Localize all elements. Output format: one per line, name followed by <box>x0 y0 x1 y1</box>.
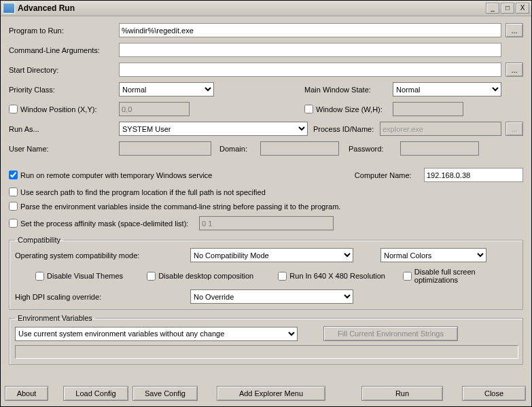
program-input[interactable] <box>119 23 501 37</box>
dpi-label: High DPI scaling override: <box>15 293 190 301</box>
colors-select[interactable]: Normal Colors <box>380 248 486 262</box>
remote-label: Run on remote computer with temporary Wi… <box>20 171 212 179</box>
compname-label: Computer Name: <box>355 171 424 179</box>
winpos-checkbox[interactable] <box>9 105 18 113</box>
affinity-checkbox[interactable] <box>9 219 18 228</box>
runas-select[interactable]: SYSTEM User <box>119 122 308 136</box>
dpi-select[interactable]: No Override <box>190 289 353 304</box>
env-legend: Environment Variables <box>15 314 95 322</box>
content-area: Program to Run: ... Command-Line Argumen… <box>1 16 531 383</box>
maximize-button[interactable]: □ <box>501 3 514 14</box>
titlebar: Advanced Run _ □ X <box>1 1 531 16</box>
procid-input[interactable] <box>380 122 501 136</box>
affinity-label: Set the process affinity mask (space-del… <box>20 219 188 228</box>
winsize-label: Window Size (W,H): <box>316 105 383 113</box>
compname-input[interactable] <box>424 168 523 182</box>
procid-label: Process ID/Name: <box>313 125 380 133</box>
program-label: Program to Run: <box>9 26 119 35</box>
user-label: User Name: <box>9 145 119 153</box>
close-window-button[interactable]: X <box>516 3 529 14</box>
winsize-input[interactable] <box>393 102 463 116</box>
fillenv-button[interactable]: Fill Current Environment Strings <box>323 326 458 341</box>
compat-group: Compatibility Operating system compatibi… <box>9 236 523 310</box>
buttons-bar: About Load Config Save Config Add Explor… <box>1 383 531 406</box>
startdir-browse-button[interactable]: ... <box>506 63 523 77</box>
disable-fso-checkbox[interactable] <box>403 272 412 281</box>
password-label: Password: <box>349 145 400 153</box>
startdir-input[interactable] <box>119 63 501 77</box>
program-browse-button[interactable]: ... <box>506 23 523 37</box>
save-config-button[interactable]: Save Config <box>132 386 198 401</box>
osmode-select[interactable]: No Compatibility Mode <box>190 248 353 262</box>
priority-select[interactable]: Normal <box>119 82 214 96</box>
run640-label: Run In 640 X 480 Resolution <box>289 272 385 280</box>
args-input[interactable] <box>119 43 501 57</box>
startdir-label: Start Directory: <box>9 66 119 74</box>
searchpath-checkbox[interactable] <box>9 188 18 196</box>
procid-browse-button[interactable]: ... <box>506 122 523 136</box>
disable-dwm-label: Disable desktop composition <box>158 272 253 280</box>
winpos-label: Window Position (X,Y): <box>20 105 96 113</box>
priority-label: Priority Class: <box>9 86 119 94</box>
run640-checkbox[interactable] <box>278 272 287 281</box>
winpos-input[interactable] <box>119 102 190 116</box>
parseenv-checkbox[interactable] <box>9 202 18 211</box>
close-button[interactable]: Close <box>462 386 526 401</box>
domain-label: Domain: <box>219 145 260 153</box>
run-button[interactable]: Run <box>361 386 443 401</box>
disable-themes-label: Disable Visual Themes <box>47 272 123 280</box>
osmode-label: Operating system compatibility mode: <box>15 251 190 260</box>
remote-checkbox[interactable] <box>9 171 18 179</box>
args-label: Command-Line Arguments: <box>9 46 119 54</box>
winsize-checkbox[interactable] <box>304 105 313 113</box>
about-button[interactable]: About <box>5 386 48 401</box>
env-group: Environment Variables Use current system… <box>9 314 523 365</box>
load-config-button[interactable]: Load Config <box>63 386 128 401</box>
disable-themes-checkbox[interactable] <box>35 272 44 281</box>
parseenv-label: Parse the environment variables inside t… <box>20 202 340 211</box>
window-title: Advanced Run <box>18 3 75 13</box>
mainwin-label: Main Window State: <box>304 86 393 94</box>
affinity-input[interactable] <box>199 216 334 230</box>
window: Advanced Run _ □ X Program to Run: ... C… <box>0 0 532 407</box>
env-textarea[interactable] <box>15 345 518 359</box>
searchpath-label: Use search path to find the program loca… <box>20 188 266 196</box>
password-input[interactable] <box>400 141 479 156</box>
minimize-button[interactable]: _ <box>486 3 499 14</box>
mainwin-select[interactable]: Normal <box>393 82 501 96</box>
compat-legend: Compatibility <box>15 236 63 244</box>
runas-label: Run As... <box>9 125 119 133</box>
disable-fso-label: Disable full screen optimizations <box>414 268 517 284</box>
disable-dwm-checkbox[interactable] <box>147 272 156 281</box>
user-input[interactable] <box>119 141 211 156</box>
env-select[interactable]: Use current system environment variables… <box>15 327 298 341</box>
domain-input[interactable] <box>260 141 339 156</box>
add-explorer-menu-button[interactable]: Add Explorer Menu <box>217 386 325 401</box>
app-icon <box>3 3 15 14</box>
